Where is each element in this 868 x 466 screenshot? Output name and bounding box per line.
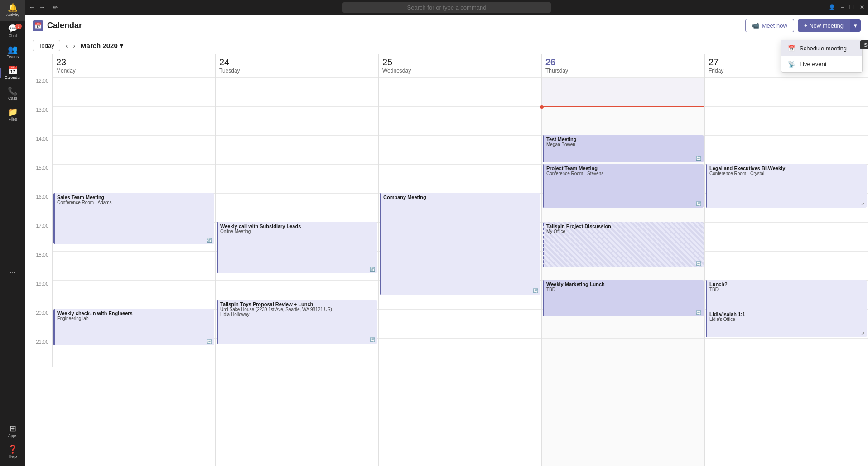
titlebar: ← → ✏ 👤 − ❐ ✕ (25, 0, 868, 15)
user-avatar[interactable]: 👤 (829, 4, 835, 10)
day-headers: 23 Monday 24 Tuesday 25 Wednesday 26 Thu… (25, 54, 868, 77)
files-icon: 📁 (8, 108, 18, 116)
sidebar-item-label: Calls (8, 96, 17, 101)
search-input[interactable] (342, 2, 551, 13)
event-tailspin-disc[interactable]: Tailspin Project Discussion My Office 🔄 (543, 222, 704, 267)
time-1700: 17:00 (25, 222, 53, 251)
main-area: ← → ✏ 👤 − ❐ ✕ 📅 Calendar 📹 Meet now + Ne… (25, 0, 868, 466)
calendar-app-icon: 📅 (33, 20, 43, 31)
time-1200: 12:00 (25, 77, 53, 106)
sidebar-item-label: Teams (7, 54, 19, 59)
sidebar: 🔔 Activity 💬 Chat 1 👥 Teams 📅 Calendar 📞… (0, 0, 25, 466)
friday-hour-lines (705, 77, 868, 466)
sidebar-item-label: Help (9, 454, 17, 459)
event-legal-exec[interactable]: Legal and Executives Bi-Weekly Conferenc… (706, 164, 867, 208)
live-event-icon: 📡 (788, 61, 795, 68)
sidebar-item-label: Calendar (5, 75, 21, 80)
sidebar-item-activity[interactable]: 🔔 Activity (0, 0, 25, 21)
sync-icon-2: 🔄 (207, 339, 212, 344)
calendar-grid: 23 Monday 24 Tuesday 25 Wednesday 26 Thu… (25, 54, 868, 466)
window-controls: 👤 − ❐ ✕ (829, 4, 864, 10)
event-company-meeting[interactable]: Company Meeting 🔄 (380, 193, 540, 295)
event-weekly-marketing[interactable]: Weekly Marketing Lunch TBD 🔄 (543, 280, 704, 316)
time-1300: 13:00 (25, 106, 53, 135)
day-header-wed: 25 Wednesday (379, 54, 542, 77)
event-weekly-checkin[interactable]: Weekly check-in with Engineers Engineeri… (53, 309, 214, 345)
event-tailspin-proposal[interactable]: Tailspin Toys Proposal Review + Lunch Um… (217, 300, 377, 344)
live-event-label: Live event (800, 61, 826, 68)
sync-icon-9: 🔄 (696, 310, 701, 315)
next-button[interactable]: › (71, 41, 77, 50)
sync-icon-8: 🔄 (696, 261, 701, 266)
day-col-tuesday[interactable]: Weekly call with Subsidiary Leads Online… (216, 77, 379, 466)
event-test-meeting[interactable]: Test Meeting Megan Bowen 🔄 (543, 135, 704, 162)
time-1500: 15:00 (25, 164, 53, 193)
today-button[interactable]: Today (33, 40, 60, 51)
calendar-title-text: Calendar (47, 21, 82, 30)
month-label[interactable]: March 2020 ▾ (81, 42, 123, 50)
time-1800: 18:00 (25, 251, 53, 280)
teams-icon: 👥 (8, 45, 18, 53)
day-col-wednesday[interactable]: Company Meeting 🔄 (379, 77, 542, 466)
compose-icon[interactable]: ✏ (53, 4, 58, 11)
restore-button[interactable]: ❐ (849, 4, 854, 10)
time-1400: 14:00 (25, 135, 53, 164)
sidebar-item-calendar[interactable]: 📅 Calendar (0, 63, 25, 83)
event-project-team[interactable]: Project Team Meeting Conference Room - S… (543, 164, 704, 208)
close-button[interactable]: ✕ (860, 4, 864, 10)
sidebar-item-apps[interactable]: ⊞ Apps (0, 421, 25, 442)
day-col-thursday[interactable]: Test Meeting Megan Bowen 🔄 Project Team … (542, 77, 705, 466)
calendar-nav-icon: 📅 (8, 66, 18, 74)
time-1900: 19:00 (25, 280, 53, 309)
event-lidia-isaiah[interactable]: Lidia/Isaiah 1:1 Lidia's Office ↗ (706, 310, 867, 337)
sidebar-item-label: Files (8, 117, 17, 121)
event-weekly-call[interactable]: Weekly call with Subsidiary Leads Online… (217, 222, 377, 273)
meet-now-button[interactable]: 📹 Meet now (745, 19, 794, 32)
thursday-today-bg (542, 77, 704, 106)
sidebar-item-calls[interactable]: 📞 Calls (0, 83, 25, 104)
chat-badge: 1 (15, 24, 22, 29)
time-corner (25, 54, 53, 77)
month-dropdown-icon: ▾ (120, 42, 123, 50)
day-header-tue: 24 Tuesday (216, 54, 379, 77)
dropdown-item-live-event[interactable]: 📡 Live event (781, 56, 862, 72)
calendar-title: 📅 Calendar (33, 20, 82, 31)
dropdown-tooltip: Schedule meeting (860, 40, 868, 49)
new-meeting-dropdown-button[interactable]: ▾ (850, 19, 861, 32)
back-button[interactable]: ← (29, 4, 35, 11)
header-actions: 📹 Meet now + New meeting ▾ (745, 19, 861, 32)
time-2100: 21:00 (25, 338, 53, 367)
new-meeting-label: + New meeting (804, 22, 844, 29)
day-col-monday[interactable]: Sales Team Meeting Conference Room - Ada… (53, 77, 216, 466)
day-header-thu: 26 Thursday (542, 54, 705, 77)
sync-icon-6: 🔄 (696, 156, 701, 161)
apps-icon: ⊞ (10, 424, 16, 432)
sidebar-item-teams[interactable]: 👥 Teams (0, 42, 25, 63)
schedule-icon: 📅 (788, 45, 795, 52)
sync-icon: 🔄 (207, 238, 212, 243)
dropdown-item-schedule[interactable]: 📅 Schedule meeting (781, 40, 862, 56)
sync-icon-7: 🔄 (696, 201, 701, 206)
nav-row: Today ‹ › March 2020 ▾ (25, 37, 868, 54)
event-sales-team[interactable]: Sales Team Meeting Conference Room - Ada… (53, 193, 214, 244)
activity-icon: 🔔 (8, 4, 18, 12)
calendar-header: 📅 Calendar 📹 Meet now + New meeting ▾ 📅 … (25, 15, 868, 37)
sync-icon-3: 🔄 (370, 267, 375, 272)
minimize-button[interactable]: − (841, 4, 844, 10)
forward-button[interactable]: → (39, 4, 45, 11)
new-meeting-button[interactable]: + New meeting (798, 19, 850, 32)
sync-icon-4: 🔄 (370, 337, 375, 342)
sidebar-item-help[interactable]: ❓ Help (0, 442, 25, 462)
time-2000: 20:00 (25, 309, 53, 338)
titlebar-nav: ← → ✏ (29, 4, 58, 11)
day-col-friday[interactable]: Legal and Executives Bi-Weekly Conferenc… (705, 77, 868, 466)
sidebar-item-files[interactable]: 📁 Files (0, 104, 25, 125)
sidebar-item-chat[interactable]: 💬 Chat 1 (0, 21, 25, 42)
sync-icon-5: 🔄 (533, 288, 538, 293)
sidebar-item-label: Activity (6, 13, 19, 17)
meet-now-label: Meet now (762, 22, 787, 29)
nav-arrows: ‹ › (64, 41, 77, 50)
prev-button[interactable]: ‹ (64, 41, 70, 50)
ext-icon-3: ↗ (861, 331, 864, 336)
sidebar-item-more[interactable]: ··· (0, 265, 25, 281)
